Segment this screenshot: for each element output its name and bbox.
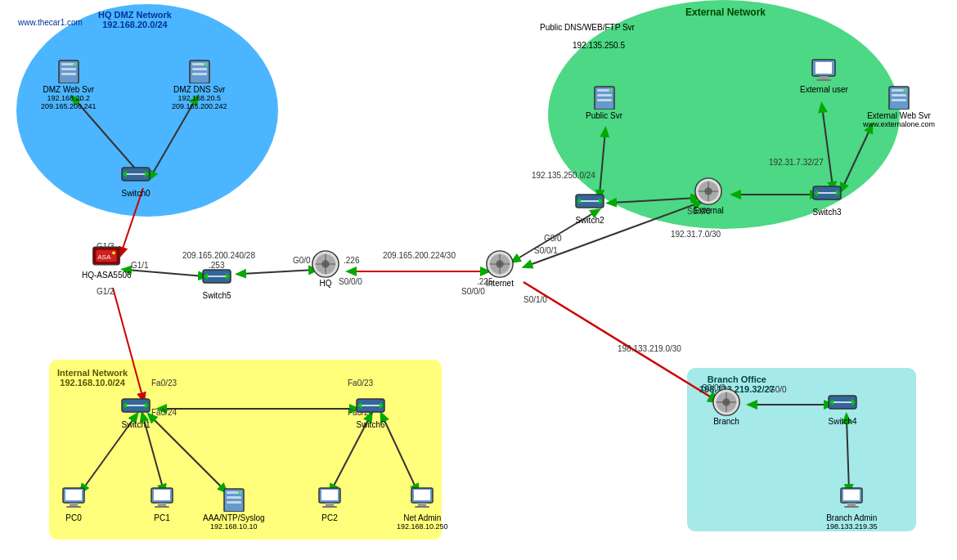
switch2-label: Switch2 [575, 216, 604, 225]
hq-router: HQ [311, 249, 340, 288]
svg-rect-52 [61, 73, 76, 75]
svg-rect-134 [414, 490, 430, 500]
switch-icon-0 [121, 159, 151, 189]
svg-text:S0/0/1: S0/0/1 [534, 246, 558, 255]
svg-rect-122 [158, 503, 166, 506]
internal-zone-label: Internal Network192.168.10.0/24 [57, 368, 128, 388]
hq-asa: ASA HQ-ASA5506 [82, 241, 132, 280]
svg-text:S0/0/0: S0/0/0 [461, 287, 485, 296]
router-icon-internet [485, 249, 514, 279]
network-diagram: G1/3 G1/1 .253 G0/0 .254 .226 S0/0/0 209… [0, 0, 957, 560]
dmz-dns-server: DMZ DNS Svr 192.168.20.5209.165.200.242 [172, 56, 227, 110]
svg-rect-56 [192, 68, 207, 70]
svg-text:S0/0/0: S0/0/0 [339, 277, 362, 286]
svg-rect-149 [844, 506, 859, 508]
public-dns-label: Public DNS/WEB/FTP Svr [540, 23, 635, 32]
svg-text:209.165.200.224/30: 209.165.200.224/30 [383, 251, 456, 260]
server-icon-public [590, 82, 619, 111]
switch2: Switch2 [575, 186, 604, 225]
pc2: PC2 [315, 484, 344, 522]
external-router: External [694, 177, 724, 215]
svg-rect-119 [66, 506, 81, 508]
branch-router-label: Branch [713, 417, 739, 426]
external-zone-label: External Network [685, 7, 766, 18]
router-icon-external [694, 177, 723, 206]
aaa-label: AAA/NTP/Syslog [203, 513, 265, 522]
aaa-ip: 192.168.10.10 [210, 522, 258, 531]
svg-point-107 [904, 89, 906, 92]
svg-text:192.31.7.0/30: 192.31.7.0/30 [671, 230, 721, 239]
external-user-label: External user [800, 85, 848, 94]
svg-point-66 [112, 252, 115, 255]
thecar1-label: www.thecar1.com [18, 18, 83, 27]
pc-icon-admin [407, 484, 437, 513]
branch-admin: Branch Admin 198.133.219.35 [826, 484, 878, 531]
hq-asa-label: HQ-ASA5506 [82, 271, 132, 280]
svg-text:G1/1: G1/1 [131, 261, 149, 270]
branch-admin-label: Branch Admin [826, 513, 877, 522]
svg-rect-135 [418, 503, 426, 506]
svg-rect-126 [227, 496, 241, 499]
svg-point-53 [73, 63, 75, 65]
svg-rect-148 [847, 503, 856, 506]
external-router-label: External [694, 206, 724, 215]
branch-router: Branch [712, 388, 741, 426]
public-svr-label: Public Svr [586, 111, 622, 120]
external-user: External user [800, 56, 848, 94]
branch-admin-ip: 198.133.219.35 [826, 522, 878, 531]
svg-line-4 [241, 270, 315, 274]
net-admin: Net Admin 192.168.10.250 [397, 484, 448, 531]
public-server: Public Svr [586, 82, 622, 120]
pc-icon-1 [147, 484, 177, 513]
pc-icon-0 [59, 484, 88, 513]
aaa-server: AAA/NTP/Syslog 192.168.10.10 [203, 484, 265, 531]
svg-rect-117 [65, 490, 82, 500]
svg-text:ASA: ASA [97, 253, 111, 261]
switch0: Switch0 [121, 159, 151, 198]
switch3-label: Switch3 [812, 208, 841, 217]
svg-rect-83 [597, 94, 612, 96]
dmz-web-label: DMZ Web Svr [43, 85, 94, 94]
switch3: Switch3 [812, 178, 842, 217]
svg-point-128 [238, 491, 240, 494]
firewall-icon: ASA [92, 241, 121, 271]
server-icon [54, 56, 83, 85]
hq-router-label: HQ [320, 279, 332, 288]
externalone-label: www.externalone.com [863, 120, 935, 128]
router-icon-branch [712, 388, 741, 417]
svg-rect-130 [321, 490, 338, 500]
switch1: Switch1 [121, 391, 151, 429]
switch4: Switch4 [828, 388, 857, 426]
dmz-web-ip: 192.168.20.2209.165.200.241 [41, 94, 97, 110]
server-icon-2 [185, 56, 214, 85]
dmz-web-server: DMZ Web Svr 192.168.20.2209.165.200.241 [41, 56, 97, 110]
external-web-server: External Web Svr www.externalone.com [863, 82, 935, 128]
pc0: PC0 [59, 484, 88, 522]
svg-line-3 [127, 270, 204, 276]
switch5-label: Switch5 [202, 291, 231, 300]
switch-icon-6 [356, 391, 385, 420]
switch5: Switch5 [202, 262, 231, 300]
svg-rect-51 [61, 68, 76, 70]
svg-text:S0/1/0: S0/1/0 [523, 295, 547, 304]
switch-icon-1 [121, 391, 151, 420]
svg-rect-106 [892, 99, 906, 101]
switch-icon-4 [828, 388, 857, 417]
svg-point-58 [204, 63, 206, 65]
switch6: Switch6 [356, 391, 385, 429]
svg-rect-84 [597, 99, 612, 101]
svg-rect-147 [843, 490, 860, 500]
pc-icon-2 [315, 484, 344, 513]
pc1-label: PC1 [154, 513, 169, 522]
dmz-zone-label: HQ DMZ Network192.168.20.0/24 [98, 10, 172, 29]
switch0-label: Switch0 [121, 189, 150, 198]
svg-rect-100 [815, 62, 832, 74]
svg-rect-136 [415, 506, 429, 508]
computer-icon-ext-user [809, 56, 838, 85]
router-icon-hq [311, 249, 340, 279]
public-ip-label: 192.135.250.5 [573, 41, 625, 50]
pc2-label: PC2 [321, 513, 337, 522]
switch1-label: Switch1 [121, 420, 150, 429]
ext-web-label: External Web Svr [867, 111, 931, 120]
svg-text:209.165.200.240/28: 209.165.200.240/28 [182, 251, 255, 260]
